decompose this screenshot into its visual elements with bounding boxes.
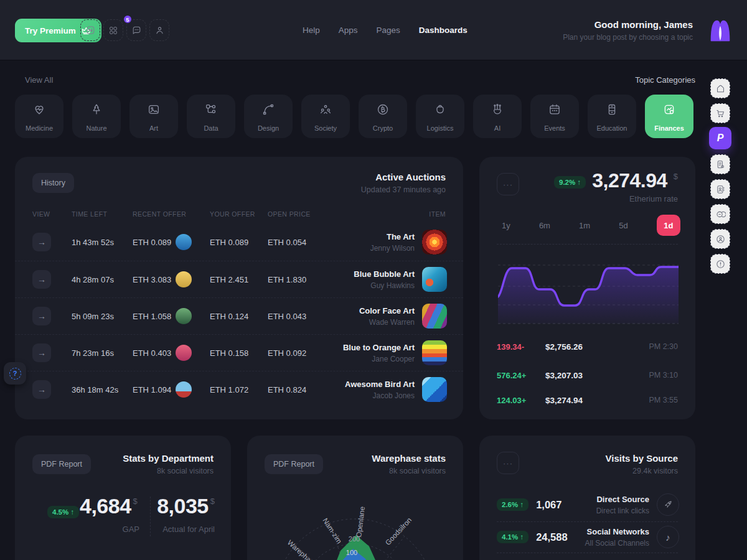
bidder-avatar xyxy=(176,345,192,361)
tx-time: PM 3:55 xyxy=(649,396,678,404)
invoice-icon[interactable] xyxy=(710,154,730,174)
transaction-row: 576.24+ $3,207.03 PM 3:10 xyxy=(497,369,678,381)
time-left: 36h 18m 42s xyxy=(72,371,118,408)
divider xyxy=(497,553,678,553)
your-offer: ETH 0.158 xyxy=(210,335,248,371)
item-thumbnail[interactable] xyxy=(422,230,447,254)
arrow-up-icon: ↑ xyxy=(520,533,524,541)
divider xyxy=(497,244,678,245)
contacts-icon[interactable] xyxy=(710,179,730,199)
nav-pages[interactable]: Pages xyxy=(377,26,400,35)
alert-icon[interactable] xyxy=(710,254,730,274)
item-thumbnail[interactable] xyxy=(422,340,447,365)
greeting-block: Good morning, James Plan your blog post … xyxy=(563,19,693,42)
nav-dashboards[interactable]: Dashboards xyxy=(419,26,467,35)
view-all-link[interactable]: View All xyxy=(25,75,53,85)
rocket-icon[interactable] xyxy=(657,493,679,516)
chip-label: Nature xyxy=(86,124,106,132)
cart-icon[interactable] xyxy=(710,103,730,123)
help-button[interactable]: ? xyxy=(4,362,26,385)
item-title: The Art xyxy=(387,232,415,241)
open-auction-button[interactable]: → xyxy=(32,343,51,362)
bidder-avatar xyxy=(176,381,192,398)
radar-tick-100: 100 xyxy=(346,549,357,556)
profile-icon[interactable] xyxy=(149,19,169,41)
range-1m[interactable]: 1m xyxy=(579,221,590,230)
source-value: 1,067 xyxy=(536,499,561,511)
building-icon xyxy=(605,103,619,116)
item-thumbnail[interactable] xyxy=(422,377,447,402)
range-5d[interactable]: 5d xyxy=(619,221,627,230)
warephase-subtitle: 8k social visitors xyxy=(372,467,446,475)
chip-design[interactable]: Design xyxy=(244,95,293,138)
open-price: ETH 0.092 xyxy=(268,335,306,371)
apps-grid-icon[interactable] xyxy=(103,19,123,41)
chip-society[interactable]: Society xyxy=(301,95,350,138)
chip-crypto[interactable]: Crypto xyxy=(359,95,407,138)
home-icon[interactable] xyxy=(710,78,730,98)
range-1y[interactable]: 1y xyxy=(502,221,510,230)
col-view: VIEW xyxy=(32,210,50,218)
col-your-offer: YOUR OFFER xyxy=(210,210,255,218)
warephase-radar-chart: 200 100 Warephase Nam-zim Openlane Goods… xyxy=(247,492,463,560)
bidder-avatar xyxy=(176,271,192,287)
range-1d[interactable]: 1d xyxy=(657,215,680,236)
history-button[interactable]: History xyxy=(32,173,74,193)
chip-data[interactable]: Data xyxy=(187,95,235,138)
paypal-icon[interactable]: P xyxy=(709,127,731,149)
chip-logistics[interactable]: Logistics xyxy=(416,95,464,138)
stats-title: Stats by Department xyxy=(123,453,214,464)
etherium-rate-panel: ··· 9.2% ↑ 3,274.94 $ Etherium rate 1y 6… xyxy=(479,157,695,419)
your-offer: ETH 0.124 xyxy=(210,298,248,335)
item-thumbnail[interactable] xyxy=(422,267,447,292)
actual-currency: $ xyxy=(210,497,215,506)
widgets-icon[interactable] xyxy=(80,19,100,41)
pdf-report-button[interactable]: PDF Report xyxy=(265,454,323,474)
bitcoin-icon xyxy=(376,103,390,116)
time-left: 1h 43m 52s xyxy=(72,224,114,261)
tx-delta: 139.34- xyxy=(497,342,545,352)
auctions-title: Active Auctions xyxy=(361,172,446,182)
app-logo[interactable] xyxy=(706,16,735,45)
chip-nature[interactable]: Nature xyxy=(72,95,121,138)
item-title: Color Face Art xyxy=(359,306,415,315)
actual-value: 8,035 xyxy=(157,495,209,516)
chip-education[interactable]: Education xyxy=(588,95,636,138)
nav-help[interactable]: Help xyxy=(303,26,320,35)
ai-hand-icon xyxy=(491,103,504,116)
auction-row: → 1h 43m 52s ETH 0.089 ETH 0.089 ETH 0.0… xyxy=(15,224,463,261)
paypal-letter: P xyxy=(717,133,724,144)
open-auction-button[interactable]: → xyxy=(32,270,51,289)
open-auction-button[interactable]: → xyxy=(32,233,51,251)
chip-finances[interactable]: Finances xyxy=(645,95,693,138)
auction-row: → 5h 09m 23s ETH 1.058 ETH 0.124 ETH 0.0… xyxy=(15,297,463,334)
topic-chip-row: Medicine Nature Art Data Design Society … xyxy=(15,95,696,138)
chip-medicine[interactable]: Medicine xyxy=(15,95,63,138)
hierarchy-icon xyxy=(204,103,218,116)
time-left: 5h 09m 23s xyxy=(72,298,114,335)
music-note-icon[interactable]: ♪ xyxy=(657,526,679,548)
gap-value: 4,684 xyxy=(80,495,131,516)
chip-art[interactable]: Art xyxy=(129,95,178,138)
item-thumbnail[interactable] xyxy=(422,304,447,329)
visit-source-row: Email Newsletter xyxy=(497,555,679,560)
coins-icon[interactable] xyxy=(710,204,730,224)
more-options-icon[interactable]: ··· xyxy=(497,452,519,474)
recent-offer: ETH 3.083 xyxy=(133,261,171,298)
arrow-up-icon: ↑ xyxy=(577,179,581,186)
user-badge-icon[interactable] xyxy=(710,229,730,249)
auction-row: → 36h 18m 42s ETH 1.094 ETH 1.072 ETH 0.… xyxy=(15,371,463,408)
col-recent-offer: RECENT OFFER xyxy=(133,210,186,218)
chip-ai[interactable]: AI xyxy=(473,95,522,138)
chip-label: Art xyxy=(149,124,158,132)
medicine-icon xyxy=(32,103,46,116)
more-options-icon[interactable]: ··· xyxy=(497,173,519,195)
nav-apps[interactable]: Apps xyxy=(339,26,358,35)
open-auction-button[interactable]: → xyxy=(32,380,51,399)
range-6m[interactable]: 6m xyxy=(539,221,550,230)
chip-events[interactable]: Events xyxy=(530,95,579,138)
pdf-report-button[interactable]: PDF Report xyxy=(32,454,91,474)
open-auction-button[interactable]: → xyxy=(32,307,51,325)
calendar-icon xyxy=(548,103,561,116)
visit-source-row: 2.6% ↑ 1,067 Direct Source Direct link c… xyxy=(497,490,679,519)
